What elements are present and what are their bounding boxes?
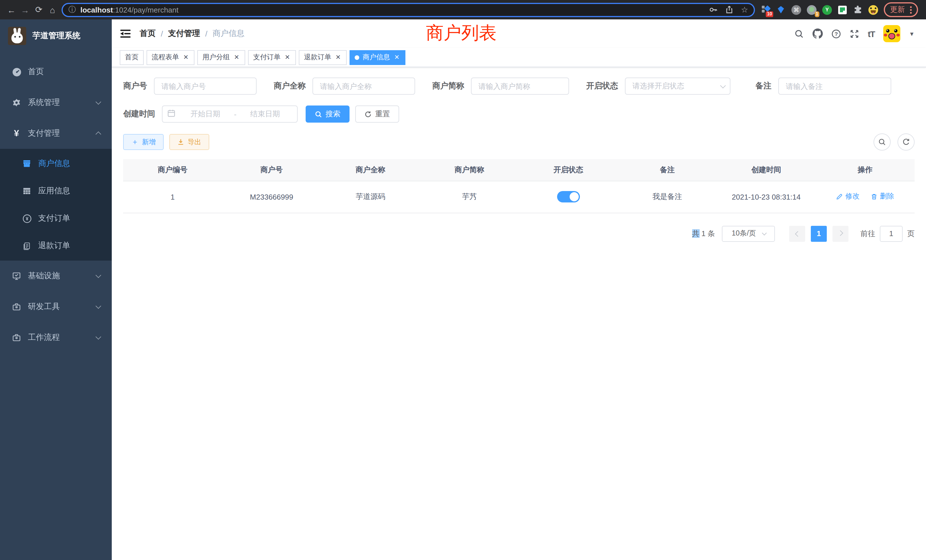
extension-doc-icon[interactable] (838, 5, 847, 15)
merchant-no-input[interactable] (154, 77, 257, 95)
prev-page-button[interactable] (789, 226, 805, 242)
status-toggle[interactable] (557, 191, 580, 203)
create-time-label: 创建时间 (123, 109, 155, 119)
help-icon[interactable]: ? (831, 29, 841, 38)
profile-emoji-icon[interactable] (869, 5, 878, 15)
sidebar-item-label: 工作流程 (28, 333, 60, 343)
full-name-input[interactable] (312, 77, 415, 95)
sidebar-item-app-info[interactable]: 应用信息 (0, 177, 112, 205)
status-select[interactable]: 请选择开启状态 (625, 77, 731, 95)
breadcrumb-separator: / (205, 29, 207, 38)
col-actions: 操作 (816, 159, 915, 181)
sidebar-item-merchant-info[interactable]: 商户信息 (0, 150, 112, 177)
merchant-page: 商户号 商户全称 商户简称 开启状态 请选择开启状态 (112, 67, 926, 560)
sidebar-item-workflow[interactable]: 工作流程 (0, 322, 112, 353)
browser-forward-icon[interactable]: → (18, 5, 32, 15)
browser-menu-icon[interactable] (910, 6, 912, 14)
full-name-label: 商户全称 (274, 81, 306, 91)
cell-merchant-no: M233666999 (222, 181, 321, 213)
sidebar-item-refund-order[interactable]: 退款订单 (0, 232, 112, 259)
browser-back-icon[interactable]: ← (5, 5, 18, 15)
avatar-caret-icon[interactable]: ▼ (909, 30, 915, 37)
dashboard-icon (11, 67, 22, 77)
extensions-puzzle-icon[interactable] (853, 5, 863, 15)
site-info-icon[interactable]: ⓘ (68, 5, 76, 15)
font-size-icon[interactable]: tT (868, 29, 875, 38)
goto-page-input[interactable] (880, 226, 903, 242)
github-icon[interactable] (813, 29, 823, 39)
tab-user-group[interactable]: 用户分组✕ (197, 50, 245, 65)
red-annotation: 商户列表 (426, 21, 497, 45)
cell-actions: 修改 删除 (816, 181, 915, 213)
export-button[interactable]: 导出 (169, 134, 209, 150)
tab-home[interactable]: 首页 (120, 50, 144, 65)
close-icon[interactable]: ✕ (335, 54, 342, 61)
refresh-table-button[interactable] (897, 133, 915, 151)
password-key-icon[interactable] (709, 5, 718, 14)
browser-reload-icon[interactable]: ⟳ (32, 5, 45, 15)
breadcrumb-home[interactable]: 首页 (140, 29, 156, 39)
browser-home-icon[interactable]: ⌂ (45, 5, 59, 15)
extension-kite-icon[interactable] (776, 5, 786, 15)
sidebar-item-pay-order[interactable]: ¥ 支付订单 (0, 205, 112, 232)
reset-button[interactable]: 重置 (355, 106, 399, 123)
user-avatar[interactable] (883, 25, 900, 42)
extension-command-icon[interactable]: ⌘ (791, 5, 801, 15)
extension-avatar-icon[interactable]: 1 (807, 5, 817, 15)
page-size-select[interactable]: 10条/页 (722, 226, 775, 242)
col-status: 开启状态 (519, 159, 618, 181)
bookmark-star-icon[interactable]: ☆ (741, 5, 748, 14)
sidebar-collapse-icon[interactable] (120, 29, 130, 38)
tab-merchant-info[interactable]: 商户信息✕ (350, 50, 406, 65)
sidebar-item-label: 商户信息 (38, 159, 70, 169)
close-icon[interactable]: ✕ (284, 54, 291, 61)
fullscreen-icon[interactable] (850, 29, 859, 38)
next-page-button[interactable] (832, 226, 849, 242)
extension-badge: 1 (814, 11, 819, 17)
shop-icon (22, 159, 32, 168)
add-button[interactable]: ＋ 新增 (123, 134, 163, 150)
sidebar-item-pay[interactable]: ¥ 支付管理 (0, 118, 112, 149)
col-create-time: 创建时间 (717, 159, 816, 181)
app-logo[interactable]: 芋道管理系统 (0, 20, 112, 52)
browser-update-button[interactable]: 更新 (884, 2, 918, 17)
show-search-toggle-button[interactable] (873, 133, 891, 151)
search-button[interactable]: 搜索 (306, 106, 350, 123)
sidebar-item-label: 首页 (28, 67, 44, 77)
svg-text:¥: ¥ (26, 216, 28, 221)
cell-merchant-id: 1 (123, 181, 222, 213)
short-name-input[interactable] (471, 77, 569, 95)
close-icon[interactable]: ✕ (233, 54, 240, 61)
edit-link[interactable]: 修改 (836, 192, 859, 201)
sidebar-item-devtools[interactable]: 研发工具 (0, 291, 112, 322)
document-icon (22, 242, 32, 250)
breadcrumb-pay[interactable]: 支付管理 (168, 29, 200, 39)
search-icon[interactable] (794, 29, 804, 38)
tab-refund-order[interactable]: 退款订单✕ (299, 50, 346, 65)
chevron-down-icon (95, 303, 101, 309)
page-number-1[interactable]: 1 (811, 226, 827, 242)
extension-badge: 10 (766, 11, 773, 17)
close-icon[interactable]: ✕ (393, 54, 400, 61)
remark-input[interactable] (778, 77, 891, 95)
top-navbar: 首页 / 支付管理 / 商户信息 商户列表 ? tT ▼ (112, 20, 926, 48)
sidebar-item-home[interactable]: 首页 (0, 56, 112, 87)
share-icon[interactable] (725, 5, 734, 14)
extension-grid-icon[interactable]: 10 (761, 5, 770, 15)
tab-pay-order[interactable]: 支付订单✕ (248, 50, 296, 65)
sidebar-item-label: 支付订单 (38, 213, 70, 224)
sidebar-item-infra[interactable]: 基础设施 (0, 260, 112, 291)
delete-link[interactable]: 删除 (871, 192, 894, 201)
close-icon[interactable]: ✕ (183, 54, 189, 61)
extension-y-icon[interactable]: Y (822, 5, 832, 15)
sidebar-item-label: 研发工具 (28, 302, 60, 312)
create-time-range-picker[interactable]: 开始日期 - 结束日期 (162, 106, 298, 123)
gear-icon (11, 98, 22, 107)
sidebar-item-label: 系统管理 (28, 97, 60, 108)
pencil-icon (836, 193, 843, 200)
tab-process-form[interactable]: 流程表单✕ (147, 50, 194, 65)
address-bar[interactable]: ⓘ localhost:1024/pay/merchant ☆ (62, 3, 755, 17)
sidebar-item-system[interactable]: 系统管理 (0, 87, 112, 118)
chevron-down-icon (762, 230, 767, 235)
breadcrumb: 首页 / 支付管理 / 商户信息 (140, 29, 245, 39)
